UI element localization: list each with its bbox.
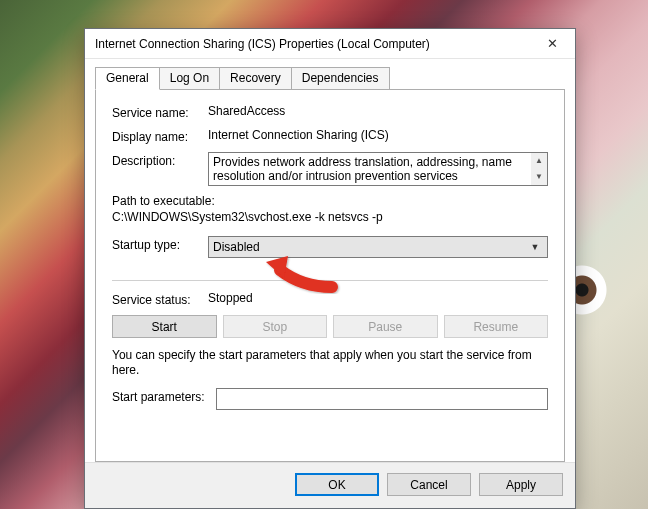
button-label: Cancel — [410, 478, 447, 492]
tab-log-on[interactable]: Log On — [159, 67, 220, 89]
tab-recovery[interactable]: Recovery — [219, 67, 292, 89]
ok-button[interactable]: OK — [295, 473, 379, 496]
titlebar[interactable]: Internet Connection Sharing (ICS) Proper… — [85, 29, 575, 59]
close-button[interactable]: ✕ — [529, 29, 575, 59]
tab-general[interactable]: General — [95, 67, 160, 90]
description-label: Description: — [112, 152, 208, 168]
chevron-down-icon: ▼ — [527, 242, 543, 252]
description-scrollbar[interactable]: ▲ ▼ — [531, 153, 547, 185]
startup-type-label: Startup type: — [112, 236, 208, 252]
scroll-down-icon[interactable]: ▼ — [531, 169, 547, 185]
tab-panel-general: Service name: SharedAccess Display name:… — [95, 89, 565, 462]
startup-type-select[interactable]: Disabled ▼ — [208, 236, 548, 258]
tab-label: Log On — [170, 71, 209, 85]
service-status-label: Service status: — [112, 291, 208, 307]
dialog-button-bar: OK Cancel Apply — [85, 462, 575, 508]
start-button[interactable]: Start — [112, 315, 217, 338]
resume-button: Resume — [444, 315, 549, 338]
start-parameters-input[interactable] — [216, 388, 548, 410]
properties-dialog: Internet Connection Sharing (ICS) Proper… — [84, 28, 576, 509]
button-label: Pause — [368, 320, 402, 334]
description-box[interactable]: Provides network address translation, ad… — [208, 152, 548, 186]
service-name-value: SharedAccess — [208, 104, 548, 118]
button-label: Stop — [262, 320, 287, 334]
apply-button[interactable]: Apply — [479, 473, 563, 496]
path-value: C:\WINDOWS\System32\svchost.exe -k netsv… — [112, 210, 548, 224]
divider — [112, 280, 548, 281]
service-name-label: Service name: — [112, 104, 208, 120]
button-label: OK — [328, 478, 345, 492]
tab-label: General — [106, 71, 149, 85]
start-parameters-label: Start parameters: — [112, 388, 216, 404]
display-name-value: Internet Connection Sharing (ICS) — [208, 128, 548, 142]
button-label: Start — [152, 320, 177, 334]
button-label: Resume — [473, 320, 518, 334]
close-icon: ✕ — [547, 37, 558, 50]
display-name-label: Display name: — [112, 128, 208, 144]
tab-label: Dependencies — [302, 71, 379, 85]
path-label: Path to executable: — [112, 194, 548, 208]
tab-label: Recovery — [230, 71, 281, 85]
cancel-button[interactable]: Cancel — [387, 473, 471, 496]
stop-button: Stop — [223, 315, 328, 338]
pause-button: Pause — [333, 315, 438, 338]
description-text: Provides network address translation, ad… — [213, 155, 512, 183]
tab-strip: General Log On Recovery Dependencies — [95, 65, 565, 89]
startup-type-value: Disabled — [213, 240, 527, 254]
tab-dependencies[interactable]: Dependencies — [291, 67, 390, 89]
service-status-value: Stopped — [208, 291, 548, 305]
button-label: Apply — [506, 478, 536, 492]
window-title: Internet Connection Sharing (ICS) Proper… — [95, 37, 529, 51]
help-text: You can specify the start parameters tha… — [112, 348, 548, 378]
scroll-up-icon[interactable]: ▲ — [531, 153, 547, 169]
